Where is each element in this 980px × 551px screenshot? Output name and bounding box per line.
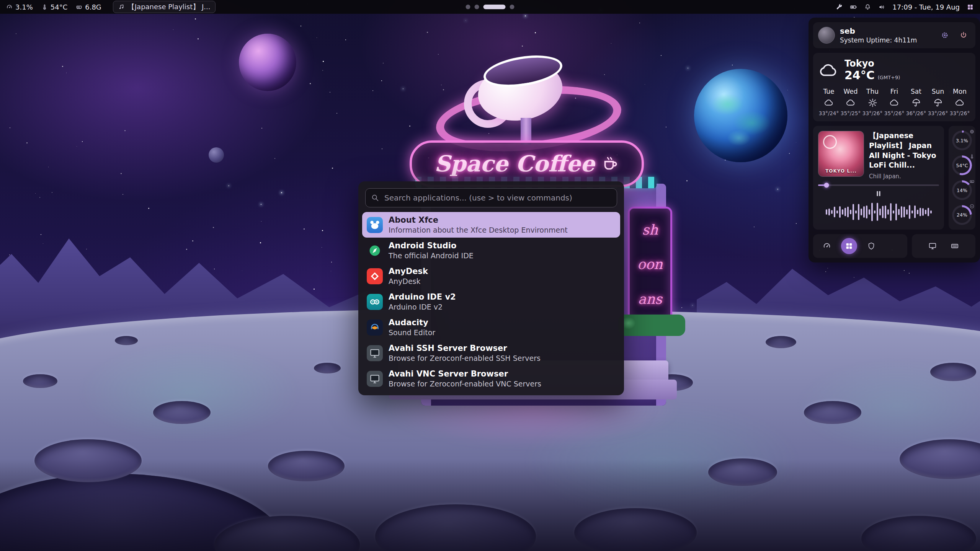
waveform xyxy=(818,199,939,225)
app-row-anydesk[interactable]: AnyDesk AnyDesk xyxy=(362,263,620,289)
top-bar: 3.1% 54°C 6.8G 【Japanese Playlist】 J... xyxy=(0,0,980,14)
user-texts: seb System Uptime: 4h11m xyxy=(840,26,933,44)
server-browser-icon xyxy=(367,371,383,387)
track-subtitle: Chill Japan. xyxy=(869,173,939,180)
notifications-bell-icon[interactable] xyxy=(864,3,871,11)
app-row-avahi-vnc[interactable]: Avahi VNC Server Browser Browse for Zero… xyxy=(362,366,620,391)
keyboard-button[interactable] xyxy=(947,238,963,254)
battery-icon[interactable] xyxy=(850,3,857,11)
music-note-icon xyxy=(118,4,124,10)
forecast-day-label: Tue xyxy=(823,88,834,95)
weather-temperature: 24°C xyxy=(844,68,875,82)
disk-gauge: 24% xyxy=(952,205,972,225)
forecast-temps: 33°/26° xyxy=(928,110,948,116)
app-name: Android Studio xyxy=(389,241,474,251)
cpu-stat-value: 3.1% xyxy=(15,3,33,11)
workspace-dot-4[interactable] xyxy=(510,5,514,9)
cloud-icon xyxy=(890,98,899,108)
forecast-day: Wed 35°/25° xyxy=(841,88,860,116)
memory-value: 6.8G xyxy=(85,3,101,11)
cpu-gauge: 3.1% xyxy=(952,130,972,150)
temperature-value: 54°C xyxy=(51,3,67,11)
pause-icon[interactable] xyxy=(874,189,883,198)
weather-temp-line: 24°C (GMT+9) xyxy=(844,68,900,82)
app-name: Avahi SSH Server Browser xyxy=(389,344,541,353)
workspace-active-pill[interactable] xyxy=(483,5,506,9)
shop-bushes xyxy=(618,315,685,336)
app-name: Avahi VNC Server Browser xyxy=(389,369,541,379)
forecast-day: Tue 33°/24° xyxy=(819,88,838,116)
username: seb xyxy=(840,26,933,36)
window-sign-line: ans xyxy=(638,291,662,307)
memory-gauge: 14% xyxy=(952,180,972,200)
anydesk-icon xyxy=(367,268,383,284)
search-input[interactable] xyxy=(384,193,611,203)
volume-icon[interactable] xyxy=(878,3,885,11)
search-bar[interactable] xyxy=(365,188,617,207)
forecast-day: Mon 33°/26° xyxy=(950,88,969,116)
performance-button[interactable] xyxy=(819,238,835,254)
weather-current: Tokyo 24°C (GMT+9) xyxy=(819,59,969,82)
app-description: AnyDesk xyxy=(389,277,428,286)
playback-controls xyxy=(818,189,939,198)
shield-icon xyxy=(867,242,875,250)
app-description: Arduino IDE v2 xyxy=(389,303,456,311)
gauge-icon xyxy=(823,242,831,250)
cloud-icon xyxy=(819,61,838,80)
weather-forecast: Tue 33°/24° Wed 35°/25° Thu 33°/26° Fri xyxy=(819,88,969,116)
tools-icon[interactable] xyxy=(836,3,843,11)
app-description: The official Android IDE xyxy=(389,251,474,260)
memory-stat[interactable]: 6.8G xyxy=(76,3,101,11)
app-row-android-studio[interactable]: Android Studio The official Android IDE xyxy=(362,238,620,263)
app-grid-button[interactable] xyxy=(841,238,857,254)
app-texts: About Xfce Information about the Xfce De… xyxy=(389,215,568,235)
display-button[interactable] xyxy=(924,238,941,254)
app-row-about-xfce[interactable]: About Xfce Information about the Xfce De… xyxy=(362,212,620,238)
seek-bar[interactable] xyxy=(818,184,939,186)
app-texts: Android Studio The official Android IDE xyxy=(389,241,474,260)
now-playing-pill[interactable]: 【Japanese Playlist】 J... xyxy=(113,1,216,13)
app-name: AnyDesk xyxy=(389,267,428,276)
app-row-audacity[interactable]: Audacity Sound Editor xyxy=(362,315,620,340)
workspace-dot-1[interactable] xyxy=(466,5,470,9)
cpu-stat[interactable]: 3.1% xyxy=(6,3,33,11)
media-top: TOKYO L... 【Japanese Playlist】 Japan All… xyxy=(818,131,939,180)
user-card: seb System Uptime: 4h11m xyxy=(813,22,975,48)
avatar[interactable] xyxy=(818,27,835,44)
clock[interactable]: 17:09 - Tue, 19 Aug xyxy=(892,3,960,11)
thermometer-icon xyxy=(969,153,975,161)
app-grid-icon[interactable] xyxy=(967,3,974,11)
app-row-arduino-ide[interactable]: Arduino IDE v2 Arduino IDE v2 xyxy=(362,289,620,315)
album-art[interactable]: TOKYO L... xyxy=(818,131,864,177)
app-texts: Avahi VNC Server Browser Browse for Zero… xyxy=(389,369,541,388)
display-icon xyxy=(928,242,937,250)
quick-actions xyxy=(813,234,975,258)
forecast-day-label: Wed xyxy=(843,88,858,95)
now-playing-label: 【Japanese Playlist】 J... xyxy=(128,2,211,11)
system-stats: 3.1% 54°C 6.8G 【Japanese Playlist】 J... xyxy=(6,1,216,13)
temperature-stat[interactable]: 54°C xyxy=(41,3,67,11)
gear-icon xyxy=(941,31,949,39)
weather-card: Tokyo 24°C (GMT+9) Tue 33°/24° Wed 35°/2… xyxy=(813,53,975,121)
temperature-gauge: 54°C xyxy=(952,155,972,175)
settings-button[interactable] xyxy=(938,28,952,42)
app-texts: AnyDesk AnyDesk xyxy=(389,267,428,286)
earth-planet xyxy=(694,69,787,162)
sun-icon xyxy=(868,98,877,108)
app-row-avahi-ssh[interactable]: Avahi SSH Server Browser Browse for Zero… xyxy=(362,340,620,366)
forecast-temps: 33°/26° xyxy=(950,110,970,116)
app-description: Browse for Zeroconf-enabled SSH Servers xyxy=(389,354,541,363)
power-button[interactable] xyxy=(957,28,970,42)
disk-icon xyxy=(969,203,975,210)
forecast-temps: 33°/24° xyxy=(819,110,839,116)
shield-button[interactable] xyxy=(863,238,879,254)
forecast-day-label: Mon xyxy=(953,88,967,95)
small-moon xyxy=(209,147,224,163)
xfce-mouse-icon xyxy=(367,217,383,233)
forecast-day-label: Sat xyxy=(911,88,921,95)
track-title: 【Japanese Playlist】 Japan All Night - To… xyxy=(869,131,939,170)
workspace-dot-2[interactable] xyxy=(475,5,479,9)
seek-bar-handle[interactable] xyxy=(824,183,829,187)
album-caption: TOKYO L... xyxy=(818,168,864,174)
arduino-icon xyxy=(367,294,383,310)
